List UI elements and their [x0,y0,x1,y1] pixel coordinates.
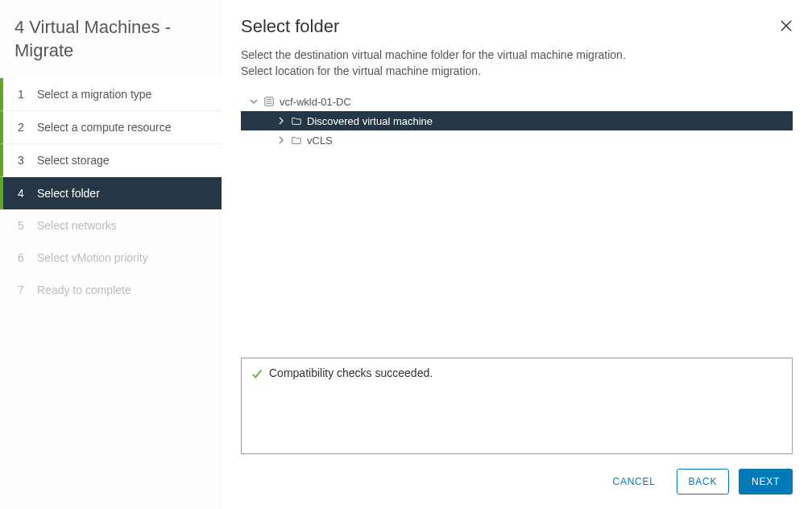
step-index: 4 [18,187,29,200]
step-index: 3 [18,154,29,167]
step-label: Ready to complete [37,283,131,296]
tree-node[interactable]: vCLS [241,130,793,150]
tree-node-label: Discovered virtual machine [307,115,433,127]
back-button[interactable]: BACK [677,469,730,495]
compatibility-message: Compatibility checks succeeded. [269,366,433,379]
step-index: 5 [18,219,29,232]
folder-icon [291,134,302,146]
step-label: Select vMotion priority [37,251,148,264]
wizard-step-3[interactable]: 3Select storage [0,144,222,177]
tree-node[interactable]: vcf-wkld-01-DC [241,92,793,111]
chevron-down-icon[interactable] [249,97,259,106]
step-label: Select a compute resource [37,121,172,134]
folder-tree: vcf-wkld-01-DCDiscovered virtual machine… [241,92,793,150]
check-icon [251,368,263,379]
next-button[interactable]: NEXT [739,469,793,495]
step-label: Select networks [37,219,117,232]
step-label: Select storage [37,154,110,167]
chevron-right-icon[interactable] [276,136,286,144]
tree-node-label: vcf-wkld-01-DC [280,96,351,108]
step-index: 7 [18,283,29,296]
wizard-step-7: 7Ready to complete [0,274,222,306]
wizard-step-6: 6Select vMotion priority [0,242,222,274]
wizard-title: 4 Virtual Machines - Migrate [0,0,222,78]
wizard-step-5: 5Select networks [0,209,222,242]
step-label: Select a migration type [37,88,151,101]
wizard-sidebar: 4 Virtual Machines - Migrate 1Select a m… [0,0,222,509]
wizard-content: Select folder Select the destination vir… [222,0,812,509]
folder-icon [291,115,302,126]
compatibility-panel: Compatibility checks succeeded. [241,358,793,454]
step-label: Select folder [37,187,100,200]
step-index: 2 [18,121,29,134]
wizard-steps: 1Select a migration type2Select a comput… [0,78,222,306]
tree-node-label: vCLS [307,134,333,147]
wizard-step-1[interactable]: 1Select a migration type [0,78,222,111]
datacenter-icon [263,96,275,107]
wizard-step-2[interactable]: 2Select a compute resource [0,111,222,144]
close-button[interactable] [777,16,796,35]
tree-node[interactable]: Discovered virtual machine [241,111,793,130]
step-index: 6 [18,251,29,264]
wizard-footer: CANCEL BACK NEXT [241,454,793,495]
cancel-button[interactable]: CANCEL [602,470,667,494]
step-index: 1 [18,88,29,101]
page-title: Select folder [241,16,793,37]
wizard-step-4[interactable]: 4Select folder [0,177,222,209]
page-sub-description: Select location for the virtual machine … [241,64,793,77]
close-icon [780,19,793,32]
page-description: Select the destination virtual machine f… [241,48,793,61]
chevron-right-icon[interactable] [276,117,286,125]
